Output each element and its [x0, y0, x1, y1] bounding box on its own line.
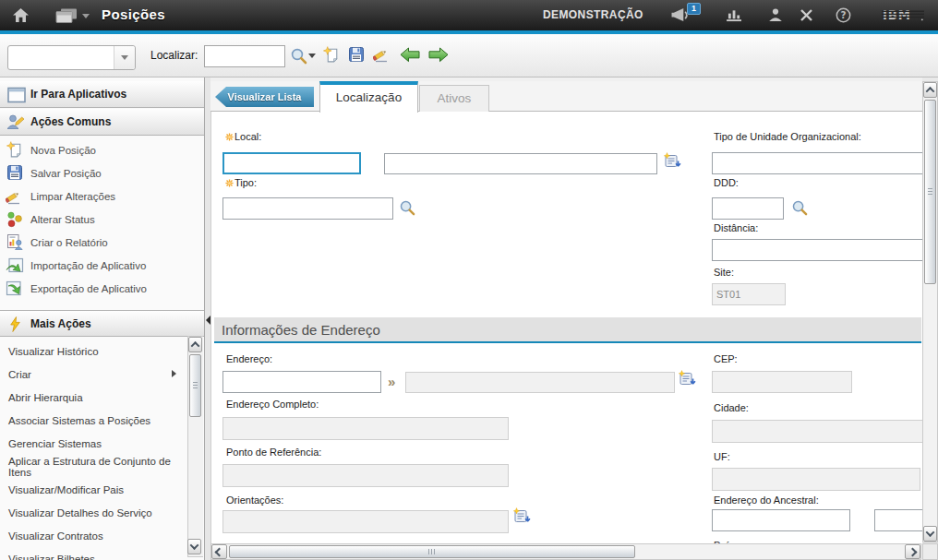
menu-item-visualizar-bilhetes[interactable]: Visualizar Bilhetes: [0, 547, 180, 560]
combobox-caret-icon[interactable]: [114, 46, 135, 69]
menu-item-label: Associar Sistemas a Posições: [8, 415, 150, 426]
tipo-lookup-icon[interactable]: [399, 199, 415, 220]
local-description-input[interactable]: [384, 153, 657, 174]
action-nova-posicao[interactable]: Nova Posição: [0, 138, 188, 161]
applications-menu-icon[interactable]: [55, 8, 78, 27]
action-salvar-posicao[interactable]: Salvar Posição: [0, 161, 188, 185]
scroll-up-button[interactable]: [923, 82, 937, 98]
main-horizontal-scrollbar[interactable]: [210, 543, 921, 560]
form-panel: Local: Tipo de Unidade Organizacional: T…: [210, 112, 922, 543]
new-record-icon[interactable]: [323, 46, 341, 67]
tipo-input[interactable]: [222, 197, 393, 220]
clear-changes-icon: [6, 188, 23, 209]
ibm-logo: IBM: [882, 7, 924, 27]
search-icon[interactable]: [290, 47, 307, 68]
search-options-caret-icon[interactable]: [308, 54, 316, 58]
menu-item-visualizar-historico[interactable]: Visualizar Histórico: [0, 340, 180, 363]
ddd-lookup-icon[interactable]: [791, 199, 808, 220]
reports-chart-icon[interactable]: [726, 8, 743, 26]
action-limpar-alteracoes[interactable]: Limpar Alterações: [0, 185, 188, 208]
menu-item-gerenciar-sistemas[interactable]: Gerenciar Sistemas: [0, 432, 180, 455]
scroll-down-button[interactable]: [187, 539, 201, 554]
uf-input: [712, 468, 920, 491]
tab-strip: Visualizar Lista Localização Ativos: [210, 81, 922, 112]
scrollbar-thumb[interactable]: [229, 545, 635, 558]
menu-item-visualizar-contratos[interactable]: Visualizar Contratos: [0, 524, 180, 547]
action-exportacao-aplicativo[interactable]: Exportação de Aplicativo: [0, 277, 188, 300]
record-combobox[interactable]: [7, 45, 136, 70]
svg-text:IBM: IBM: [883, 8, 911, 22]
action-importacao-aplicativo[interactable]: Importação de Aplicativo: [0, 254, 188, 277]
application-import-icon: [6, 257, 24, 278]
save-record-icon[interactable]: [348, 46, 365, 66]
svg-text:?: ?: [840, 9, 846, 20]
ponto-referencia-input: [222, 464, 509, 487]
change-status-icon: [6, 211, 23, 232]
menu-item-aplicar-estrutura[interactable]: Aplicar a Estrutura de Conjunto de Itens: [0, 455, 180, 478]
view-list-button[interactable]: Visualizar Lista: [215, 87, 314, 107]
menu-item-label: Visualizar Histórico: [8, 346, 99, 357]
field-label-orientacoes: Orientações:: [226, 494, 283, 506]
sidebar-scrollbar[interactable]: [187, 336, 203, 557]
ddd-input[interactable]: [712, 197, 784, 220]
long-description-icon[interactable]: [512, 507, 531, 529]
action-alterar-status[interactable]: Alterar Status: [0, 208, 188, 231]
sidebar-section-label: Ações Comuns: [30, 115, 111, 128]
menu-item-label: Visualizar Bilhetes: [8, 554, 95, 560]
sidebar-section-more-actions[interactable]: Mais Ações: [0, 310, 204, 337]
scrollbar-corner: [922, 543, 938, 560]
scroll-up-button[interactable]: [188, 337, 202, 352]
endereco-input[interactable]: [222, 371, 381, 393]
menu-item-abrir-hierarquia[interactable]: Abrir Hierarquia: [0, 386, 180, 409]
action-label: Salvar Posição: [30, 168, 102, 179]
menu-item-visualizar-modificar-pais[interactable]: Visualizar/Modificar Pais: [0, 478, 180, 501]
action-label: Importação de Aplicativo: [30, 260, 146, 271]
local-input[interactable]: [222, 152, 361, 174]
toolbar: Localizar:: [0, 34, 938, 77]
sidebar-item-go-to-applications[interactable]: Ir Para Aplicativos: [0, 81, 204, 108]
main-content: Visualizar Lista Localização Ativos Loca…: [210, 77, 922, 560]
field-label-cep: CEP:: [714, 353, 738, 364]
help-icon[interactable]: ?: [836, 7, 851, 27]
menu-item-associar-sistemas[interactable]: Associar Sistemas a Posições: [0, 409, 180, 432]
main-vertical-scrollbar[interactable]: [922, 81, 938, 542]
long-description-icon[interactable]: [663, 152, 681, 173]
tab-ativos[interactable]: Ativos: [419, 85, 489, 113]
action-label: Alterar Status: [30, 214, 95, 225]
section-title: Informações de Endereço: [222, 322, 380, 338]
field-label-cidade: Cidade:: [714, 402, 749, 413]
scrollbar-thumb[interactable]: [189, 354, 201, 417]
previous-record-icon[interactable]: [399, 47, 421, 66]
endereco-ancestral-input-2[interactable]: [874, 509, 922, 531]
scroll-down-button[interactable]: [923, 526, 937, 542]
tab-localizacao[interactable]: Localização: [319, 81, 418, 113]
tipo-unidade-input[interactable]: [712, 152, 922, 174]
field-label-uf: UF:: [714, 451, 730, 462]
find-input[interactable]: [204, 45, 285, 67]
clear-changes-icon[interactable]: [373, 46, 391, 66]
next-record-icon[interactable]: [427, 47, 450, 66]
long-description-icon[interactable]: [678, 370, 696, 391]
action-label: Criar o Relatório: [30, 237, 108, 248]
distancia-input[interactable]: [712, 239, 922, 261]
close-session-icon[interactable]: [800, 8, 813, 26]
menu-item-criar[interactable]: Criar: [0, 363, 180, 386]
create-report-icon: [6, 233, 23, 255]
application-window: Posições DEMONSTRAÇÃO 1 ? IBM: [0, 0, 938, 560]
endereco-ancestral-input[interactable]: [712, 509, 850, 531]
profile-icon[interactable]: [768, 7, 783, 26]
applications-menu-caret-icon[interactable]: [82, 14, 90, 18]
home-icon[interactable]: [12, 7, 30, 27]
endereco-completo-input: [222, 417, 509, 440]
save-icon: [6, 164, 23, 185]
action-label: Nova Posição: [30, 145, 96, 156]
scroll-left-button[interactable]: [211, 544, 227, 559]
menu-item-visualizar-detalhes-servico[interactable]: Visualizar Detalhes do Serviço: [0, 501, 180, 524]
scroll-right-button[interactable]: [905, 544, 920, 559]
required-icon: [225, 179, 234, 187]
site-input: [712, 283, 786, 305]
scrollbar-thumb[interactable]: [924, 100, 936, 284]
action-criar-relatorio[interactable]: Criar o Relatório: [0, 231, 188, 254]
sidebar-section-common-actions[interactable]: Ações Comuns: [0, 109, 204, 136]
detail-chevrons-icon[interactable]: »: [388, 375, 395, 388]
